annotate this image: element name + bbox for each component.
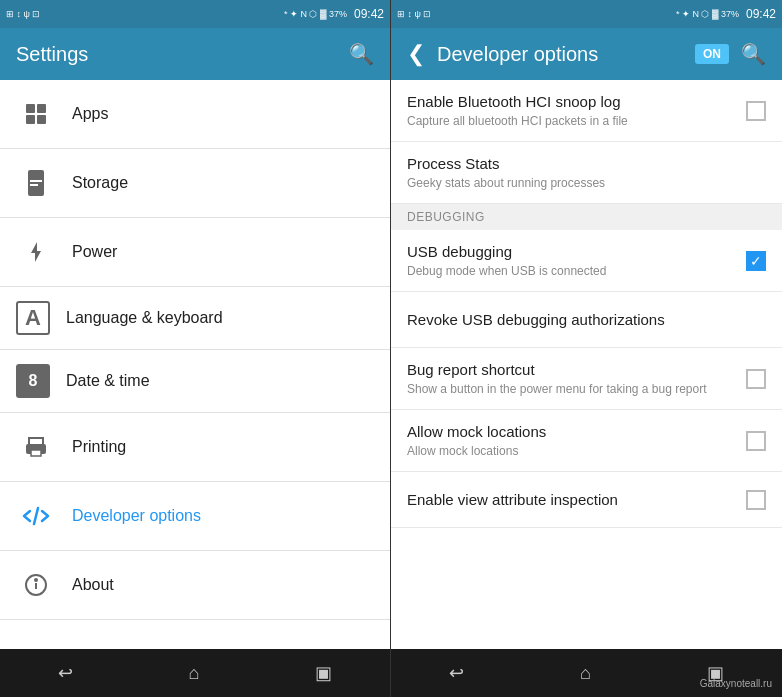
settings-item-language[interactable]: ALanguage & keyboard [0,287,390,350]
settings-item-storage[interactable]: Storage [0,149,390,218]
revoke-usb-title: Revoke USB debugging authorizations [407,310,766,330]
process-stats-content: Process StatsGeeky stats about running p… [407,154,766,191]
svg-rect-2 [26,115,35,124]
datetime-icon: 8 [16,364,50,398]
left-back-button[interactable]: ↩ [38,654,93,692]
mock-locations-title: Allow mock locations [407,422,738,442]
dev-item-mock-locations[interactable]: Allow mock locationsAllow mock locations [391,410,782,472]
developer-text: Developer options [72,507,374,525]
right-status-right: * ✦ N ⬡ ▓ 37% 09:42 [676,7,776,21]
bug-report-content: Bug report shortcutShow a button in the … [407,360,738,397]
svg-point-14 [35,579,37,581]
power-icon [16,232,56,272]
bottom-navigation: ↩ ⌂ ▣ ↩ ⌂ ▣ Galaxynoteall.ru [0,649,782,697]
process-stats-title: Process Stats [407,154,766,174]
mock-locations-checkbox[interactable] [746,431,766,451]
right-toolbar: ❮ Developer options ON 🔍 [391,28,782,80]
left-recents-button[interactable]: ▣ [295,654,352,692]
process-stats-subtitle: Geeky stats about running processes [407,176,766,192]
bug-report-title: Bug report shortcut [407,360,738,380]
printing-label: Printing [72,438,126,455]
dev-item-revoke-usb[interactable]: Revoke USB debugging authorizations [391,292,782,348]
language-label: Language & keyboard [66,309,223,326]
svg-rect-0 [26,104,35,113]
svg-line-11 [34,508,38,524]
svg-rect-3 [37,115,46,124]
storage-label: Storage [72,174,128,191]
left-home-button[interactable]: ⌂ [169,655,220,692]
view-attribute-title: Enable view attribute inspection [407,490,738,510]
bluetooth-hci-content: Enable Bluetooth HCI snoop logCapture al… [407,92,738,129]
svg-rect-10 [31,450,41,456]
svg-rect-1 [37,104,46,113]
settings-item-apps[interactable]: Apps [0,80,390,149]
printing-icon [16,427,56,467]
svg-rect-9 [29,438,43,445]
language-text: Language & keyboard [66,309,374,327]
developer-label: Developer options [72,507,201,524]
bug-report-subtitle: Show a button in the power menu for taki… [407,382,738,398]
svg-rect-5 [30,180,42,182]
svg-rect-6 [30,184,38,186]
dev-item-process-stats[interactable]: Process StatsGeeky stats about running p… [391,142,782,204]
settings-item-printing[interactable]: Printing [0,413,390,482]
about-label: About [72,576,114,593]
bluetooth-hci-checkbox[interactable] [746,101,766,121]
bug-report-checkbox[interactable] [746,369,766,389]
right-status-bar: ⊞ ↕ ψ ⊡ * ✦ N ⬡ ▓ 37% 09:42 [391,0,782,28]
right-back-button[interactable]: ↩ [429,654,484,692]
usb-debugging-subtitle: Debug mode when USB is connected [407,264,738,280]
view-attribute-checkbox[interactable] [746,490,766,510]
developer-toggle[interactable]: ON [695,44,729,64]
datetime-label: Date & time [66,372,150,389]
printing-text: Printing [72,438,374,456]
settings-item-developer[interactable]: Developer options [0,482,390,551]
usb-debugging-checkbox[interactable]: ✓ [746,251,766,271]
power-text: Power [72,243,374,261]
apps-icon [16,94,56,134]
about-icon [16,565,56,605]
storage-text: Storage [72,174,374,192]
left-toolbar: Settings 🔍 [0,28,390,80]
back-icon[interactable]: ❮ [407,41,425,67]
right-toolbar-title: Developer options [437,43,695,66]
right-home-button[interactable]: ⌂ [560,655,611,692]
mock-locations-subtitle: Allow mock locations [407,444,738,460]
settings-item-power[interactable]: Power [0,218,390,287]
developer-icon [16,496,56,536]
apps-text: Apps [72,105,374,123]
left-search-icon[interactable]: 🔍 [349,42,374,66]
left-status-right: * ✦ N ⬡ ▓ 37% 09:42 [284,7,384,21]
left-time: 09:42 [354,7,384,21]
right-search-icon[interactable]: 🔍 [741,42,766,66]
right-status-icons: ⊞ ↕ ψ ⊡ [397,9,431,19]
left-status-bar: ⊞ ↕ ψ ⊡ * ✦ N ⬡ ▓ 37% 09:42 [0,0,390,28]
power-label: Power [72,243,117,260]
watermark: Galaxynoteall.ru [700,678,772,689]
svg-marker-7 [31,242,41,262]
apps-label: Apps [72,105,108,122]
revoke-usb-content: Revoke USB debugging authorizations [407,310,766,330]
settings-list: Apps Storage PowerALanguage & keyboard8D… [0,80,390,649]
developer-options-list: Enable Bluetooth HCI snoop logCapture al… [391,80,782,649]
language-icon: A [16,301,50,335]
dev-item-bug-report[interactable]: Bug report shortcutShow a button in the … [391,348,782,410]
usb-debugging-content: USB debuggingDebug mode when USB is conn… [407,242,738,279]
section-header-debugging-header: DEBUGGING [391,204,782,230]
left-toolbar-title: Settings [16,43,349,66]
dev-item-usb-debugging[interactable]: USB debuggingDebug mode when USB is conn… [391,230,782,292]
bluetooth-hci-title: Enable Bluetooth HCI snoop log [407,92,738,112]
right-nav-bar: ↩ ⌂ ▣ Galaxynoteall.ru [391,649,782,697]
mock-locations-content: Allow mock locationsAllow mock locations [407,422,738,459]
about-text: About [72,576,374,594]
dev-item-bluetooth-hci[interactable]: Enable Bluetooth HCI snoop logCapture al… [391,80,782,142]
bluetooth-hci-subtitle: Capture all bluetooth HCI packets in a f… [407,114,738,130]
left-nav-bar: ↩ ⌂ ▣ [0,649,391,697]
settings-item-datetime[interactable]: 8Date & time [0,350,390,413]
right-time: 09:42 [746,7,776,21]
usb-debugging-title: USB debugging [407,242,738,262]
datetime-text: Date & time [66,372,374,390]
left-status-icons: ⊞ ↕ ψ ⊡ [6,9,40,19]
settings-item-about[interactable]: About [0,551,390,620]
dev-item-view-attribute[interactable]: Enable view attribute inspection [391,472,782,528]
